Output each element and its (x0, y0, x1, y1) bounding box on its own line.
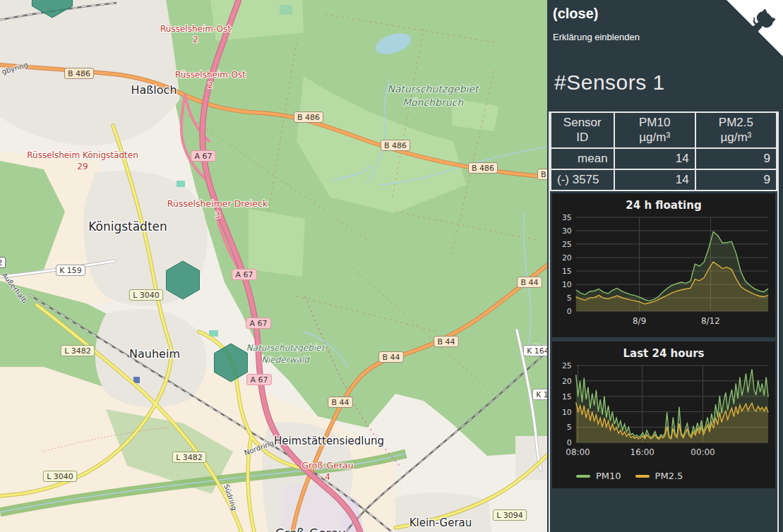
road-shield: B 44 (379, 352, 404, 363)
svg-text:K 159: K 159 (59, 266, 82, 275)
exit-label: Rüsselsheim-Ost (175, 70, 246, 80)
close-button[interactable]: (close) (553, 6, 598, 22)
road-shield: L 3482 (61, 346, 94, 356)
map-canvas[interactable]: HaßlochKönigstädtenNauheimHeimstättensie… (0, 0, 547, 532)
junction-label: Rüsselsheimer Dreieck (167, 198, 268, 209)
svg-text:5: 5 (567, 294, 572, 303)
road-shield: L 3040 (129, 290, 162, 301)
nature-label-moenchbruch: Naturschutzgebiet (387, 83, 480, 95)
svg-text:2: 2 (0, 258, 3, 267)
road-shield: K 164 (533, 389, 548, 400)
road-shield: A 67 (246, 318, 271, 329)
road-shield: B 486 (65, 68, 94, 79)
svg-text:00:00: 00:00 (691, 448, 715, 458)
svg-text:20: 20 (562, 377, 572, 386)
svg-text:10: 10 (562, 280, 572, 289)
road-shield: K 159 (56, 265, 85, 276)
svg-text:25: 25 (562, 239, 572, 248)
road-shield: B 486 (469, 163, 498, 174)
road-shield: A 67 (232, 270, 257, 280)
sensor-id-link[interactable]: (-) 3575 (551, 169, 614, 191)
pm25-legend-swatch (635, 475, 650, 478)
town-label-nauheim: Nauheim (129, 347, 180, 361)
github-corner-link[interactable] (727, 0, 783, 56)
exit-label: Rüsselsheim-Ost (160, 24, 231, 34)
exit-number: 4 (325, 471, 330, 482)
road-shield: B 486 (294, 112, 323, 123)
sensor-pm25-value: 9 (695, 169, 777, 191)
svg-text:B 486: B 486 (384, 141, 407, 150)
town-label-koenigstaedten: Königstädten (88, 219, 167, 234)
col-pm10: PM10µg/m³ (614, 112, 695, 148)
svg-text:B 44: B 44 (331, 398, 349, 407)
svg-text:B 486: B 486 (541, 170, 547, 179)
town-label-heimstaettensiedlung: Heimstättensiedlung (274, 435, 384, 447)
svg-text:K 164: K 164 (536, 390, 547, 399)
road-shield: B 44 (328, 397, 353, 408)
svg-text:L 3040: L 3040 (47, 472, 73, 481)
svg-text:L 3094: L 3094 (496, 511, 523, 520)
road-shield: B 486 (381, 140, 410, 151)
chart-plot-area: 051015202530358/98/12 (552, 213, 775, 337)
road-shield: B 44 (434, 337, 459, 347)
chart-last-24-hours: Last 24 hours 051015202508:0016:0000:00 … (552, 341, 775, 488)
table-row-mean: mean 14 9 (551, 148, 777, 169)
sensors-count-title: #Sensors 1 (554, 71, 777, 95)
road-shield: L 3094 (493, 510, 526, 521)
road-shield: B 486 (538, 169, 548, 180)
town-label-gross-gerau: Groß-Gerau (275, 526, 346, 532)
col-pm25: PM2.5µg/m³ (695, 112, 777, 148)
exit-number: 29 (77, 162, 88, 171)
road-shield: L 3040 (43, 471, 76, 482)
svg-text:10: 10 (562, 408, 572, 417)
svg-text:5: 5 (567, 423, 572, 433)
svg-text:B 44: B 44 (382, 353, 400, 362)
svg-text:25: 25 (562, 361, 572, 370)
svg-text:A 67: A 67 (250, 375, 268, 385)
chart-title: Last 24 hours (552, 341, 775, 360)
svg-text:L 3482: L 3482 (64, 346, 91, 356)
road-shield: B 44 (518, 277, 542, 288)
svg-text:A 67: A 67 (235, 270, 253, 279)
sensor-content-box: SensorID PM10µg/m³ PM2.5µg/m³ mean 14 9 … (549, 111, 779, 532)
road-shield: L 3482 (172, 452, 205, 463)
svg-text:35: 35 (562, 213, 572, 222)
svg-text:15: 15 (562, 392, 572, 401)
svg-text:30: 30 (562, 226, 572, 235)
svg-text:08:00: 08:00 (566, 448, 590, 458)
nature-label-niederwald: Naturschutzgebiet (246, 343, 326, 353)
nature-label-niederwald: Niederwald (261, 355, 310, 365)
pm25-legend-label: PM2.5 (655, 471, 683, 481)
chart-24h-floating: 24 h floating 051015202530358/98/12 (552, 193, 775, 338)
exit-number: 2 (193, 35, 198, 44)
svg-text:L 3482: L 3482 (176, 453, 203, 462)
road-shield: A 67 (191, 151, 216, 162)
svg-text:20: 20 (562, 253, 572, 262)
svg-text:0: 0 (567, 307, 572, 316)
nature-label-moenchbruch: Mönchbruch (402, 97, 464, 108)
exit-label: Rüsselsheim Königstädten (27, 150, 138, 160)
svg-text:A 67: A 67 (249, 319, 267, 328)
svg-text:B 44: B 44 (437, 337, 455, 346)
svg-text:K 164: K 164 (527, 346, 547, 356)
chart-plot-area: 051015202508:0016:0000:00 (552, 361, 775, 468)
svg-text:B 486: B 486 (68, 69, 90, 78)
mean-label: mean (551, 148, 614, 169)
osm-map[interactable]: HaßlochKönigstädtenNauheimHeimstättensie… (0, 0, 547, 532)
chart-title: 24 h floating (552, 193, 775, 212)
sensor-pm10-value: 14 (614, 169, 695, 191)
sensor-table: SensorID PM10µg/m³ PM2.5µg/m³ mean 14 9 … (550, 111, 777, 191)
junction-number: 3 (215, 210, 220, 220)
mean-pm10-value: 14 (614, 148, 695, 169)
svg-text:B 486: B 486 (472, 164, 494, 173)
exit-number: 2 (208, 80, 213, 90)
svg-text:0: 0 (567, 439, 572, 448)
town-label-klein-gerau: Klein-Gerau (410, 516, 472, 529)
road-shield: A 67 (247, 375, 272, 385)
sensor-info-panel: (close) Erklärung einblenden #Sensors 1 … (547, 0, 783, 532)
svg-text:16:00: 16:00 (630, 448, 655, 458)
svg-text:B 44: B 44 (520, 278, 538, 287)
chart-legend: PM10 PM2.5 (552, 468, 775, 487)
svg-text:8/9: 8/9 (633, 316, 646, 326)
exit-label: Groß-Gerau (301, 460, 353, 471)
